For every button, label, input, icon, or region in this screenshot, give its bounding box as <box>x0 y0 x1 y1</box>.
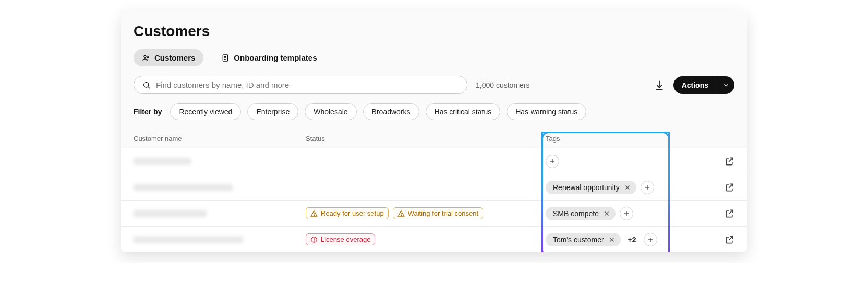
status-badge: Ready for user setup <box>306 207 389 219</box>
svg-point-17 <box>401 215 401 216</box>
filter-chip-recently-viewed[interactable]: Recently viewed <box>170 103 241 120</box>
table-row[interactable] <box>121 148 747 174</box>
download-button[interactable] <box>654 79 665 91</box>
tag-pill[interactable]: Renewal opportunity <box>546 181 636 194</box>
customer-name-redacted <box>134 184 233 191</box>
tag-pill[interactable]: Tom's customer <box>546 233 621 246</box>
template-icon <box>221 54 230 62</box>
add-tag-button[interactable] <box>620 207 633 220</box>
actions-button[interactable]: Actions <box>673 76 734 94</box>
tab-label: Onboarding templates <box>234 53 317 62</box>
tab-label: Customers <box>154 53 195 62</box>
critical-icon <box>310 236 318 243</box>
svg-point-0 <box>144 55 146 57</box>
remove-tag-icon[interactable] <box>608 236 616 243</box>
status-badge: License overage <box>306 233 375 245</box>
tab-bar: Customers Onboarding templates <box>134 49 734 66</box>
status-text: Ready for user setup <box>321 209 384 217</box>
svg-point-1 <box>147 56 149 57</box>
filter-chip-enterprise[interactable]: Enterprise <box>247 103 298 120</box>
table-row[interactable]: Ready for user setup Waiting for trial c… <box>121 200 747 226</box>
col-status: Status <box>306 135 546 143</box>
tab-onboarding-templates[interactable]: Onboarding templates <box>213 49 325 66</box>
filter-label: Filter by <box>134 108 162 116</box>
search-input[interactable] <box>156 80 459 89</box>
customers-icon <box>142 54 150 62</box>
svg-point-6 <box>144 82 149 87</box>
remove-tag-icon[interactable] <box>603 210 610 217</box>
customers-table: Customer name Status Tags <box>121 135 747 252</box>
customer-name-redacted <box>134 210 207 217</box>
status-badge: Waiting for trial consent <box>393 207 483 219</box>
customer-name-redacted <box>134 158 191 165</box>
open-external-icon[interactable] <box>724 234 734 245</box>
customer-name-redacted <box>134 236 243 243</box>
col-tags: Tags <box>546 135 703 143</box>
actions-label: Actions <box>673 76 717 94</box>
status-text: License overage <box>321 236 370 243</box>
tag-overflow-count[interactable]: +2 <box>625 236 640 244</box>
warning-icon <box>310 210 318 217</box>
filter-chip-broadworks[interactable]: Broadworks <box>363 103 419 120</box>
warning-icon <box>397 210 405 217</box>
filter-row: Filter by Recently viewed Enterprise Who… <box>134 103 734 120</box>
col-customer-name: Customer name <box>134 135 306 143</box>
tag-pill[interactable]: SMB compete <box>546 207 616 220</box>
search-icon <box>142 81 151 89</box>
chevron-down-icon[interactable] <box>717 76 734 94</box>
tag-label: Tom's customer <box>553 236 604 244</box>
svg-point-15 <box>314 215 315 216</box>
filter-chip-critical[interactable]: Has critical status <box>426 103 501 120</box>
page-title: Customers <box>134 23 734 40</box>
toolbar: 1,000 customers Actions <box>134 76 734 94</box>
table-row[interactable]: Renewal opportunity <box>121 174 747 200</box>
tag-label: Renewal opportunity <box>553 183 620 192</box>
table-row[interactable]: License overage Tom's customer +2 <box>121 226 747 252</box>
tab-customers[interactable]: Customers <box>134 49 203 66</box>
remove-tag-icon[interactable] <box>624 184 631 191</box>
svg-point-24 <box>314 241 315 241</box>
open-external-icon[interactable] <box>724 208 734 219</box>
open-external-icon[interactable] <box>724 182 734 193</box>
add-tag-button[interactable] <box>641 181 654 194</box>
search-field[interactable] <box>134 76 467 94</box>
tag-label: SMB compete <box>553 209 599 218</box>
open-external-icon[interactable] <box>724 156 734 167</box>
svg-line-7 <box>148 87 150 88</box>
filter-chip-wholesale[interactable]: Wholesale <box>305 103 356 120</box>
table-header: Customer name Status Tags <box>121 135 747 148</box>
add-tag-button[interactable] <box>546 155 559 168</box>
status-text: Waiting for trial consent <box>408 209 478 217</box>
add-tag-button[interactable] <box>644 233 657 246</box>
customers-page: Customers Customers Onboarding templates <box>121 10 747 252</box>
customer-count: 1,000 customers <box>476 81 530 89</box>
filter-chip-warning[interactable]: Has warning status <box>507 103 586 120</box>
